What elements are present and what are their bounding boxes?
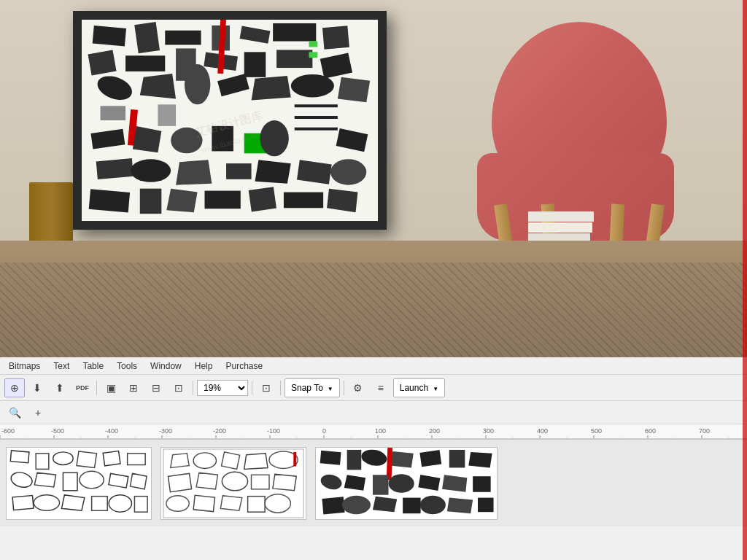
svg-point-21 [291,74,334,98]
svg-rect-40 [309,52,317,58]
svg-point-37 [260,120,288,156]
artwork-svg: 艾柏设计图库 www.ibaotu.com [82,20,378,221]
svg-rect-8 [88,50,116,76]
main-toolbar: ⊕ ⬇ ⬆ PDF ▣ ⊞ ⊟ ⊡ 19% 25% 50% 75% 100% ⊡… [0,375,747,401]
menu-tools[interactable]: Tools [111,359,143,373]
thumbnails-area [0,439,747,526]
add-button[interactable]: + [28,403,48,422]
thumbnail-3[interactable] [315,447,498,520]
add-icon: + [35,407,41,419]
pdf-button[interactable]: PDF [72,378,93,397]
svg-rect-136 [293,451,296,466]
svg-marker-141 [390,451,413,467]
menu-bitmaps[interactable]: Bitmaps [3,359,46,373]
svg-text:600: 600 [645,427,656,435]
svg-marker-50 [166,189,197,213]
grid-button[interactable]: ⊞ [123,378,144,397]
settings-button[interactable]: ⚙ [348,378,368,397]
svg-text:300: 300 [483,427,494,435]
text-mode-button[interactable]: ≡ [371,378,391,397]
svg-rect-24 [101,106,126,120]
svg-rect-51 [205,191,241,209]
svg-point-42 [131,159,171,182]
svg-text:500: 500 [591,427,602,435]
pointer-tool-button[interactable]: ⊕ [4,378,25,397]
svg-rect-119 [162,448,305,519]
menu-table[interactable]: Table [77,359,109,373]
svg-rect-159 [478,497,494,512]
svg-marker-22 [338,77,370,103]
settings-icon: ⚙ [353,382,363,394]
svg-marker-20 [252,76,291,101]
svg-point-47 [330,159,366,184]
separator-5 [344,381,344,395]
snap-to-label: Snap To [291,383,323,393]
secondary-toolbar: 🔍 + [0,401,747,424]
svg-rect-44 [226,163,252,179]
svg-rect-138 [320,450,341,464]
menu-purchase[interactable]: Purchase [220,359,268,373]
svg-rect-25 [158,104,176,126]
import-button[interactable]: ⬇ [27,378,47,397]
svg-text:-400: -400 [105,427,118,435]
svg-marker-45 [255,160,291,184]
image-view-button[interactable]: ⊡ [169,378,189,397]
pointer-icon: ⊕ [10,382,19,394]
ruler: -600 -500 -400 -300 -200 -100 0 100 200 … [0,424,747,439]
svg-point-154 [342,495,371,513]
svg-text:-300: -300 [159,427,172,435]
menu-help[interactable]: Help [189,359,219,373]
svg-marker-43 [176,160,212,185]
svg-rect-139 [347,449,362,469]
launch-label: Launch [400,383,428,393]
image-icon: ⊡ [174,382,183,394]
svg-marker-144 [468,451,492,467]
launch-chevron-icon [431,383,438,393]
search-icon: 🔍 [9,407,21,419]
search-button[interactable]: 🔍 [4,403,25,422]
svg-rect-12 [244,52,266,77]
frame-button[interactable]: ▣ [101,378,121,397]
svg-point-149 [389,474,414,492]
download-icon: ⬇ [33,382,42,394]
table-view-button[interactable]: ⊟ [146,378,166,397]
svg-rect-143 [449,449,465,467]
zoom-select[interactable]: 19% 25% 50% 75% 100% [197,380,248,396]
svg-text:400: 400 [537,427,548,435]
svg-text:-600: -600 [1,427,15,435]
artwork-frame: 艾柏设计图库 www.ibaotu.com [73,11,387,230]
svg-rect-49 [140,189,162,214]
svg-rect-13 [276,50,312,68]
separator-2 [193,381,193,395]
export-button[interactable]: ⬆ [50,378,70,397]
frame-icon: ▣ [107,382,116,394]
separator-1 [96,381,97,395]
svg-rect-52 [249,187,276,211]
thumbnail-1[interactable] [6,447,152,520]
grid-icon: ⊞ [129,382,138,394]
menu-window[interactable]: Window [144,359,187,373]
text-mode-icon: ≡ [378,382,384,394]
fit-icon: ⊡ [262,382,271,394]
svg-text:0: 0 [322,427,326,435]
svg-rect-142 [419,450,441,467]
svg-marker-17 [140,74,176,99]
thumbnail-2[interactable] [160,447,306,520]
svg-text:700: 700 [699,427,710,435]
pdf-icon: PDF [76,384,89,392]
fit-button[interactable]: ⊡ [256,378,276,397]
svg-marker-158 [447,497,473,513]
upload-icon: ⬆ [55,382,64,394]
menu-text[interactable]: Text [47,359,75,373]
right-scroll-indicator [743,439,747,526]
svg-rect-156 [403,497,421,513]
svg-rect-53 [284,192,323,209]
snap-to-button[interactable]: Snap To [285,378,340,397]
svg-text:-100: -100 [267,427,280,435]
svg-rect-2 [134,22,160,53]
svg-rect-1 [93,26,126,46]
room-rug [0,262,747,357]
launch-button[interactable]: Launch [393,378,445,397]
svg-rect-152 [473,476,491,492]
svg-rect-39 [309,42,317,47]
